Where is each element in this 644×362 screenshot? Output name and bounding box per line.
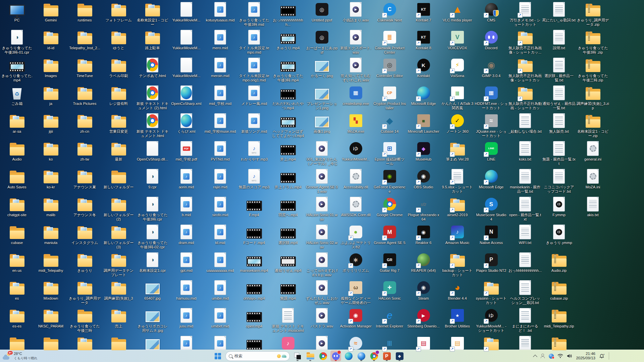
desktop-icon[interactable]: ◑名称未設定1.cpr (136, 252, 169, 279)
desktop-icon[interactable]: 無人販売.txt (542, 113, 576, 140)
desktop-icon[interactable]: Track Pictures (68, 85, 102, 112)
desktop-icon[interactable]: YukkuriMovieM... (169, 57, 203, 84)
desktop-icon[interactable]: きゅうり食ってた午後3時.mp4 (271, 57, 305, 84)
desktop-icon[interactable]: 井上.mp4 (271, 140, 305, 168)
desktop-icon[interactable]: 無題.mp4 (271, 280, 305, 307)
desktop-icon[interactable]: ▶こってゅh d すお f d s bぉ.wav (305, 252, 339, 279)
file-explorer-button[interactable] (305, 351, 316, 361)
desktop-icon[interactable]: 調声練習(失敗)_3.zip (576, 85, 610, 112)
cubase-button[interactable]: ◆ (394, 351, 405, 361)
desktop-icon[interactable]: C↗Cakewalk Next (373, 1, 407, 28)
desktop-icon[interactable]: ▶HALion Sonic 01.wav (305, 196, 339, 223)
desktop-icon[interactable]: ♪hamusu.mid (169, 280, 203, 307)
desktop-icon[interactable]: ↗syasinn - ショートカット (474, 280, 508, 307)
desktop-icon[interactable]: ◉↗OBS Studio (407, 168, 440, 195)
desktop-icon[interactable]: ♪↗Amazon Music (440, 224, 474, 251)
desktop-icon[interactable]: ゆF.ymmp (542, 196, 576, 223)
desktop-icon[interactable]: ヘッドフォンはずしててよかっt.mp4 (271, 113, 305, 140)
desktop-icon[interactable]: ▚MoZA.exe (339, 113, 373, 140)
desktop-icon[interactable]: OpenCvSharp.xml (169, 85, 203, 112)
desktop-icon[interactable]: GR↗Guitar Rig 7 (373, 252, 407, 279)
desktop-icon[interactable]: WIFI.txt (508, 224, 542, 251)
desktop-icon[interactable]: es (0, 280, 34, 307)
desktop-icon[interactable]: 説明.txt (542, 29, 576, 56)
desktop-icon[interactable]: K↗Kontakt (407, 57, 440, 84)
desktop-icon[interactable]: OpenCvSharp.dll... (136, 140, 169, 168)
desktop-icon[interactable]: ♪td.mid (203, 224, 237, 251)
desktop-icon[interactable]: ゆYukkuriMovieM... (339, 140, 373, 168)
desktop-icon[interactable]: 名称未設定1 - コピー.zip (576, 113, 610, 140)
desktop-icon[interactable]: ohhayo-.mp4 (237, 280, 271, 307)
desktop-icon[interactable]: 新しいフォルダー (3) (102, 224, 136, 251)
desktop-icon[interactable]: 新規 テキスト ドキュメント.musicxml (271, 307, 305, 335)
desktop-icon[interactable]: ♪gpt.mid (169, 252, 203, 279)
desktop-icon[interactable]: ▶001_東北きりたん（ノーマル）_今じゃ... (305, 140, 339, 168)
desktop-icon[interactable]: midi_Telepathy (34, 252, 68, 279)
desktop-icon[interactable]: きゅうり食ってた午後三時.zip (576, 57, 610, 84)
desktop-icon[interactable]: ⊞↗Epson 接続診断ツール (373, 140, 407, 168)
desktop-icon[interactable]: ◎おーばーまにあ.ppsf (305, 29, 339, 56)
desktop-icon[interactable]: open.mp4 (237, 307, 271, 335)
desktop-icon[interactable]: ♪jusu.mid (169, 307, 203, 335)
desktop-icon[interactable]: Images (34, 57, 68, 84)
desktop-icon[interactable]: es-es (0, 307, 34, 335)
desktop-icon[interactable]: テンポあて.html (136, 57, 169, 84)
desktop-icon[interactable]: まにまにわーるど！ .txt (508, 307, 542, 335)
desktop-icon[interactable]: YukkuriMovieM... (169, 1, 203, 28)
desktop-icon[interactable]: LINE↗LINE (474, 140, 508, 168)
desktop-icon[interactable]: ≣↗Cakewalk Product Center (373, 29, 407, 56)
desktop-icon[interactable]: ∗↗ポリリリリズム (339, 252, 373, 279)
wifi-icon[interactable] (557, 354, 563, 358)
desktop-icon[interactable]: フォトフレーム (102, 1, 136, 28)
desktop-icon[interactable]: ◉↗Activation Manager (339, 307, 373, 335)
edge-button[interactable] (343, 351, 354, 361)
desktop-icon[interactable]: きゅうり食ってた午後3時 .zip (576, 29, 610, 56)
desktop-icon[interactable]: ↗無人販売不正行為画像 - ショートカッ... (508, 29, 542, 56)
desktop-icon[interactable]: ▶Groove Agent SE 01.wav (305, 168, 339, 195)
desktop-icon[interactable]: ゆうと (102, 29, 136, 56)
notification-bell-dnd-icon[interactable]: z (599, 353, 605, 359)
desktop-icon[interactable]: ◑きゅうり食ってた午後3時.cpr (136, 196, 169, 223)
desktop-icon[interactable]: Mixdown (34, 280, 68, 307)
desktop-icon[interactable]: chatgpt-site (0, 196, 34, 223)
desktop-icon[interactable]: maniuta (34, 224, 68, 251)
desktop-icon[interactable]: 井上ドラム.mp4 (271, 168, 305, 195)
desktop-icon[interactable]: PDFmid_学校.pdf (169, 140, 203, 168)
desktop-icon[interactable]: ♪タイトル未設定.tempo.orig1.mid (237, 57, 271, 84)
desktop-icon[interactable]: ksks.txt (508, 140, 542, 168)
desktop-icon[interactable]: ↗無人販売不正行為動画 - ショートカット (508, 85, 542, 112)
desktop-icon[interactable]: ♻ごみ箱 (0, 85, 34, 112)
desktop-icon[interactable]: ●↗ぷよぷよ™テトリス®2 (339, 224, 373, 251)
desktop-icon[interactable]: ▶ずんだもん_しおかぜふ.wav (305, 280, 339, 307)
desktop-icon[interactable]: くらび.xml (169, 113, 203, 140)
desktop-icon[interactable]: 選択肢.mp4 (271, 224, 305, 251)
desktop-icon[interactable]: ♪sirofo.mid (203, 196, 237, 223)
desktop-icon[interactable]: ✓↗ノートン 360 (440, 113, 474, 140)
desktop-icon[interactable]: ▦↗HDDFMT.exe - ショートカット (474, 85, 508, 112)
desktop-icon[interactable]: YukkuriMovieM... (169, 29, 203, 56)
desktop-icon[interactable]: manisekarin - 親作品一覧.txt (508, 168, 542, 195)
desktop-icon[interactable]: +↗HALion Sonic (373, 280, 407, 307)
desktop-icon[interactable]: ▶HALion Sonic 02.wav (305, 224, 339, 251)
desktop-icon[interactable]: ◑きゅうり食ってた午後3時-02.cpr (136, 224, 169, 251)
desktop-icon[interactable]: 通知うぜえ - 親作品一覧.txt (542, 85, 576, 112)
desktop-icon[interactable]: V↗VOICEVOX (440, 29, 474, 56)
desktop-icon[interactable]: AWSSDK.Core.dll (339, 196, 373, 223)
desktop-icon[interactable]: 画像1.png (305, 113, 339, 140)
desktop-icon[interactable]: ▶新規エクスポート.wav (339, 29, 373, 56)
desktop-icon[interactable]: TimeTune (68, 57, 102, 84)
chevron-up-icon[interactable] (533, 355, 538, 359)
desktop-icon[interactable]: ↗万引きメモ.txt - ショートカット (508, 1, 542, 28)
desktop-icon[interactable]: ラベル印刷 (102, 57, 136, 84)
start-button[interactable] (212, 351, 223, 361)
desktop-icon[interactable]: M↗Groove Agent SE 5 (373, 224, 407, 251)
desktop-icon[interactable]: おっhhhhhhhhhhhh... (271, 1, 305, 28)
desktop-icon[interactable]: アナウンス夏 (68, 168, 102, 195)
desktop-icon[interactable]: きゅうり.mp4 (271, 29, 305, 56)
desktop-icon[interactable]: 新規 テキスト ドキュメント (2).html (136, 85, 169, 112)
desktop-icon[interactable]: きゅうり_調声用データ.zip (576, 1, 610, 28)
desktop-icon[interactable]: ♪タイトル未設定.tempo.mid (237, 29, 271, 56)
desktop-icon[interactable]: ニコニコバックアップコード.txt (542, 168, 576, 195)
desktop-icon[interactable]: ▶答え知っててもむずいわこれ.wav (339, 57, 373, 84)
desktop-icon[interactable]: 通知うぜえ.mp4 (271, 252, 305, 279)
